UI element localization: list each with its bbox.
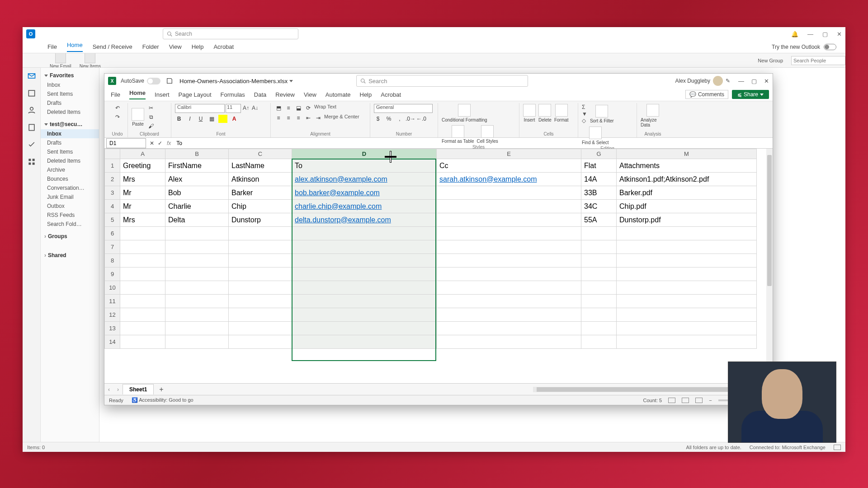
cell[interactable] (229, 240, 292, 254)
nav-shared[interactable]: Shared (48, 252, 66, 258)
cell[interactable]: Chip.pdf (617, 200, 757, 213)
cell[interactable] (581, 281, 617, 295)
cell[interactable] (292, 335, 437, 349)
outlook-search[interactable]: Search (163, 28, 298, 39)
nav-searchfolders[interactable]: Search Fold… (41, 220, 99, 229)
align-bottom-button[interactable]: ⬓ (294, 104, 302, 112)
cell[interactable] (165, 335, 229, 349)
nav-account[interactable]: test@secu… (50, 121, 82, 127)
xl-menu-data[interactable]: Data (254, 91, 266, 98)
cell[interactable] (437, 335, 581, 349)
cell[interactable]: Dunstorp.pdf (617, 213, 757, 227)
cell[interactable] (617, 322, 757, 335)
align-center-button[interactable]: ≡ (284, 114, 292, 122)
excel-search[interactable]: Search (356, 75, 528, 87)
insert-cells-button[interactable]: Insert (523, 104, 536, 122)
fill-color-button[interactable] (218, 115, 227, 123)
close-button[interactable]: ✕ (837, 31, 842, 38)
font-size-select[interactable]: 11 (226, 104, 241, 113)
bold-button[interactable]: B (175, 115, 183, 123)
format-cells-button[interactable]: Format (554, 104, 569, 122)
status-view-button[interactable] (834, 445, 841, 450)
cell[interactable] (581, 267, 617, 281)
analyze-data-button[interactable]: Analyze Data (641, 104, 665, 127)
decrease-indent-button[interactable]: ⇤ (304, 114, 312, 122)
cell[interactable] (165, 254, 229, 267)
row-header[interactable]: 1 (105, 159, 120, 173)
menu-view[interactable]: View (169, 43, 182, 50)
cell[interactable]: delta.dunstorp@example.com (292, 213, 437, 227)
xl-menu-file[interactable]: File (111, 91, 120, 98)
cell[interactable]: FirstName (165, 159, 229, 173)
menu-folder[interactable]: Folder (142, 43, 159, 50)
cell[interactable] (292, 240, 437, 254)
cell[interactable] (120, 240, 165, 254)
redo-button[interactable]: ↷ (113, 113, 122, 121)
font-color-button[interactable]: A (230, 115, 238, 123)
todo-icon[interactable] (27, 140, 36, 149)
cell[interactable]: Mr (120, 186, 165, 200)
cell[interactable]: Barker.pdf (617, 186, 757, 200)
col-header-G[interactable]: G (581, 149, 617, 159)
cell[interactable] (617, 227, 757, 240)
nav-deleted[interactable]: Deleted Items (41, 156, 99, 165)
cell[interactable]: Bob (165, 186, 229, 200)
cell[interactable] (437, 200, 581, 213)
xl-menu-review[interactable]: Review (275, 91, 295, 98)
comma-button[interactable]: , (396, 115, 404, 123)
cell[interactable]: sarah.atkinson@example.com (437, 173, 581, 186)
cell[interactable]: Charlie (165, 200, 229, 213)
search-people-input[interactable] (791, 56, 845, 65)
increase-indent-button[interactable]: ⇥ (314, 114, 322, 122)
delete-cells-button[interactable]: Delete (538, 104, 552, 122)
cell[interactable] (437, 254, 581, 267)
calendar-icon[interactable] (27, 89, 36, 98)
align-top-button[interactable]: ⬒ (274, 104, 283, 112)
row-header[interactable]: 5 (105, 213, 120, 227)
row-header[interactable]: 2 (105, 173, 120, 186)
xl-menu-view[interactable]: View (304, 91, 316, 98)
select-all-corner[interactable] (105, 149, 120, 159)
tab-next-button[interactable]: › (113, 386, 123, 393)
col-header-M[interactable]: M (617, 149, 757, 159)
increase-decimal-button[interactable]: .0→ (406, 115, 415, 123)
zoom-out-button[interactable]: − (709, 398, 712, 403)
cell[interactable] (165, 281, 229, 295)
menu-help[interactable]: Help (192, 43, 204, 50)
cell[interactable]: Mrs (120, 173, 165, 186)
cell[interactable]: Delta (165, 213, 229, 227)
cell[interactable] (229, 254, 292, 267)
nav-fav-inbox[interactable]: Inbox (41, 80, 99, 89)
row-header[interactable]: 12 (105, 308, 120, 322)
enter-formula-icon[interactable]: ✓ (156, 139, 164, 147)
menu-sendreceive[interactable]: Send / Receive (93, 43, 132, 50)
menu-file[interactable]: File (47, 43, 57, 50)
excel-minimize-button[interactable]: — (738, 78, 744, 84)
cell[interactable] (165, 295, 229, 308)
cell[interactable]: Dunstorp (229, 213, 292, 227)
row-header[interactable]: 8 (105, 254, 120, 267)
tasks-icon[interactable] (27, 123, 36, 132)
cell[interactable] (437, 308, 581, 322)
share-button[interactable]: ⫹ Share (732, 90, 769, 99)
cell[interactable] (581, 308, 617, 322)
excel-user-label[interactable]: Alex Duggleby (675, 78, 710, 84)
cell[interactable] (120, 267, 165, 281)
percent-button[interactable]: % (385, 115, 393, 123)
nav-outbox[interactable]: Outbox (41, 202, 99, 211)
col-header-E[interactable]: E (437, 149, 581, 159)
new-items-button[interactable]: New Items (80, 53, 101, 68)
italic-button[interactable]: I (186, 115, 194, 123)
xl-menu-formulas[interactable]: Formulas (221, 91, 245, 98)
cell[interactable]: bob.barker@example.com (292, 186, 437, 200)
cell[interactable]: To (292, 159, 437, 173)
copy-button[interactable]: ⧉ (147, 113, 155, 121)
filename-dropdown-icon[interactable] (289, 80, 293, 82)
cell[interactable] (229, 295, 292, 308)
cell[interactable] (165, 240, 229, 254)
people-icon[interactable] (27, 106, 36, 115)
col-header-A[interactable]: A (120, 149, 165, 159)
cell[interactable] (165, 308, 229, 322)
new-group-button[interactable]: New Group (758, 58, 783, 63)
cell[interactable] (617, 295, 757, 308)
